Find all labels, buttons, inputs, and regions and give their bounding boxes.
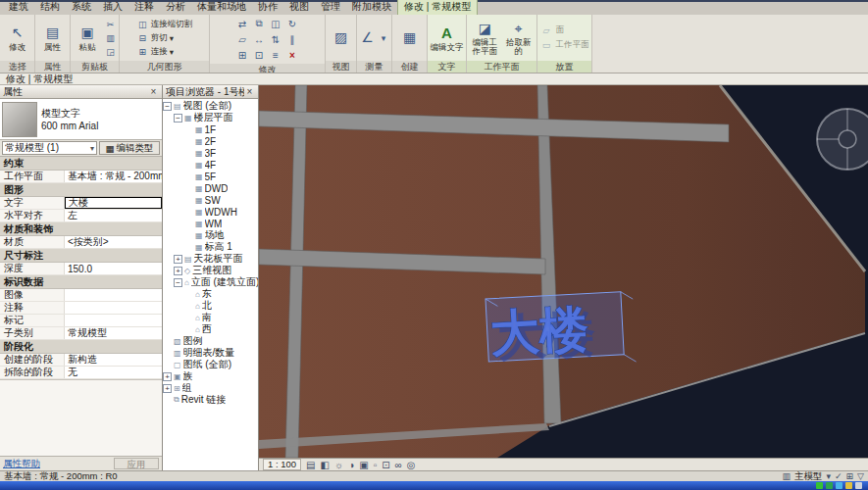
tree-item-wdwh[interactable]: ▦WDWH bbox=[163, 206, 258, 218]
tab-addins[interactable]: 附加模块 bbox=[346, 0, 397, 15]
rendering-dialog-icon[interactable]: ▣ bbox=[359, 460, 368, 470]
collapse-icon[interactable]: − bbox=[174, 114, 182, 122]
temporary-hide-isolate-icon[interactable]: ∞ bbox=[395, 460, 402, 470]
edit-type-button[interactable]: ▦ 编辑类型 bbox=[99, 141, 160, 155]
expand-icon[interactable]: + bbox=[174, 255, 182, 264]
pin-icon[interactable]: ⊡ bbox=[251, 47, 268, 63]
tree-item-label[interactable]: WDWH bbox=[205, 207, 237, 218]
scale-icon[interactable]: ≡ bbox=[268, 47, 284, 63]
mirror-icon[interactable]: ◫ bbox=[268, 16, 284, 31]
tree-item-dwd[interactable]: ▦DWD bbox=[163, 182, 258, 194]
pick-new-host-button[interactable]: ⌖ 拾取新的 bbox=[503, 20, 536, 56]
tree-item-label[interactable]: 楼层平面 bbox=[194, 111, 233, 124]
measure-icon[interactable]: ∠ bbox=[359, 28, 376, 46]
move-icon[interactable]: ↔ bbox=[251, 31, 268, 47]
properties-close-icon[interactable]: × bbox=[148, 86, 159, 97]
properties-button[interactable]: ▤ 属性 bbox=[37, 24, 68, 52]
tree-item-label[interactable]: WM bbox=[205, 219, 223, 229]
tab-annotate[interactable]: 注释 bbox=[128, 0, 160, 15]
editable-only-icon[interactable]: ✓ bbox=[835, 471, 842, 481]
tree-item-sw[interactable]: ▦SW bbox=[163, 194, 258, 206]
tray-icon-4[interactable] bbox=[845, 482, 852, 489]
tree-item-label[interactable]: 5F bbox=[205, 172, 217, 182]
cut-geometry-button[interactable]: ⊟ 剪切 ▾ bbox=[136, 31, 174, 44]
property-value[interactable]: 新构造 bbox=[65, 354, 162, 366]
property-value[interactable]: <按类别> bbox=[65, 236, 162, 248]
property-value[interactable]: 常规模型 bbox=[65, 327, 162, 339]
selection-filter-icon[interactable]: ▽ bbox=[857, 471, 864, 481]
tree-item-label[interactable]: DWD bbox=[205, 183, 229, 194]
shadows-icon[interactable]: ◑ bbox=[348, 460, 354, 470]
tree-item-4f[interactable]: ▦4F bbox=[163, 159, 258, 171]
design-option-caret-icon[interactable]: ▾ bbox=[826, 471, 831, 481]
tray-icon-5[interactable] bbox=[855, 482, 862, 489]
steering-wheel[interactable] bbox=[817, 109, 868, 170]
crop-view-icon[interactable]: ▫ bbox=[374, 460, 378, 470]
property-value[interactable]: 无 bbox=[65, 367, 162, 378]
tab-manage[interactable]: 管理 bbox=[315, 0, 346, 15]
tree-item-3f[interactable]: ▦3F bbox=[163, 147, 258, 159]
tray-icon-1[interactable] bbox=[816, 482, 823, 489]
sun-path-icon[interactable]: ☼ bbox=[334, 460, 343, 470]
create-icon[interactable]: ▦ bbox=[401, 28, 419, 46]
property-value[interactable] bbox=[65, 315, 162, 326]
copy-icon[interactable]: ⇅ bbox=[268, 31, 284, 47]
tab-insert[interactable]: 插入 bbox=[97, 0, 128, 15]
tree-item-label[interactable]: 4F bbox=[205, 160, 217, 171]
group-graphics[interactable]: 图形 bbox=[0, 183, 162, 197]
type-selector[interactable]: 模型文字 600 mm Arial bbox=[0, 99, 162, 140]
cope-button[interactable]: ◫ 连接端切割 bbox=[136, 18, 193, 30]
property-value[interactable] bbox=[65, 302, 162, 314]
tray-icon-2[interactable] bbox=[826, 482, 833, 489]
tray-icon-3[interactable] bbox=[836, 482, 842, 489]
offset-icon[interactable]: ⧉ bbox=[251, 16, 268, 31]
visual-style-icon[interactable]: ◧ bbox=[321, 460, 330, 470]
tree-item-1f[interactable]: ▦1F bbox=[163, 123, 258, 135]
tree-item-5f[interactable]: ▦5F bbox=[163, 171, 258, 182]
property-value[interactable]: 左 bbox=[65, 210, 162, 221]
tab-architecture[interactable]: 建筑 bbox=[3, 0, 34, 15]
join-geometry-button[interactable]: ⊞ 连接 ▾ bbox=[136, 45, 174, 58]
tree-item-west[interactable]: ⌂西 bbox=[163, 323, 258, 335]
crop-region-visible-icon[interactable]: ⊡ bbox=[382, 460, 389, 470]
align-icon[interactable]: ⇄ bbox=[234, 16, 251, 31]
property-value[interactable]: 基本墙 : 常规 - 200mm bbox=[65, 171, 162, 182]
tab-systems[interactable]: 系统 bbox=[66, 0, 97, 15]
tree-item-revit-links[interactable]: ⧉Revit 链接 bbox=[163, 394, 258, 406]
tab-collaborate[interactable]: 协作 bbox=[252, 0, 283, 15]
tree-item-label[interactable]: Revit 链接 bbox=[181, 393, 227, 407]
tree-item-floor-plans[interactable]: −▦楼层平面 bbox=[163, 112, 258, 123]
tree-item-2f[interactable]: ▦2F bbox=[163, 135, 258, 147]
tree-item-sheets[interactable]: ▢图纸 (全部) bbox=[163, 359, 258, 370]
collapse-icon[interactable]: − bbox=[163, 102, 172, 111]
group-dimensions[interactable]: 尺寸标注 bbox=[0, 249, 162, 263]
expand-icon[interactable]: + bbox=[163, 384, 172, 393]
array-icon[interactable]: ▱ bbox=[234, 31, 251, 47]
worksets-icon[interactable]: ▥ bbox=[782, 471, 791, 481]
edit-workplane-button[interactable]: ◪ 编辑工作平面 bbox=[469, 20, 501, 56]
group-phasing[interactable]: 阶段化 bbox=[0, 340, 162, 354]
tree-item-label[interactable]: 2F bbox=[205, 136, 217, 147]
property-value[interactable] bbox=[65, 289, 162, 301]
3d-view-canvas[interactable]: 大楼 大楼 bbox=[259, 85, 868, 458]
trim-icon[interactable]: ⊞ bbox=[234, 47, 251, 63]
model-text-glyphs[interactable]: 大楼 bbox=[488, 301, 589, 363]
view-tools-icon[interactable]: ▨ bbox=[332, 28, 350, 46]
rotate-icon[interactable]: ↻ bbox=[284, 16, 301, 31]
text-property-value[interactable]: 大楼 bbox=[65, 197, 162, 209]
properties-help-link[interactable]: 属性帮助 bbox=[3, 458, 40, 470]
paste-button[interactable]: ▣ 粘贴 bbox=[73, 24, 102, 52]
group-identity-data[interactable]: 标识数据 bbox=[0, 275, 162, 289]
tree-item-families[interactable]: +▣族 bbox=[163, 370, 258, 382]
group-constraints[interactable]: 约束 bbox=[0, 157, 162, 171]
panel-select-label[interactable]: 选择 bbox=[0, 61, 34, 73]
tab-view[interactable]: 视图 bbox=[283, 0, 315, 15]
edit-text-button[interactable]: A 编辑文字 bbox=[431, 24, 464, 52]
detail-level-icon[interactable]: ▤ bbox=[306, 460, 315, 470]
tree-item-label[interactable]: 1F bbox=[205, 124, 217, 135]
measure-caret-icon[interactable]: ▾ bbox=[378, 31, 389, 44]
modify-tool-button[interactable]: ↖ 修改 bbox=[2, 24, 32, 52]
view-scale-button[interactable]: 1 : 100 bbox=[263, 459, 301, 470]
reveal-hidden-elements-icon[interactable]: ◎ bbox=[407, 460, 416, 470]
split-icon[interactable]: ∥ bbox=[284, 31, 301, 47]
